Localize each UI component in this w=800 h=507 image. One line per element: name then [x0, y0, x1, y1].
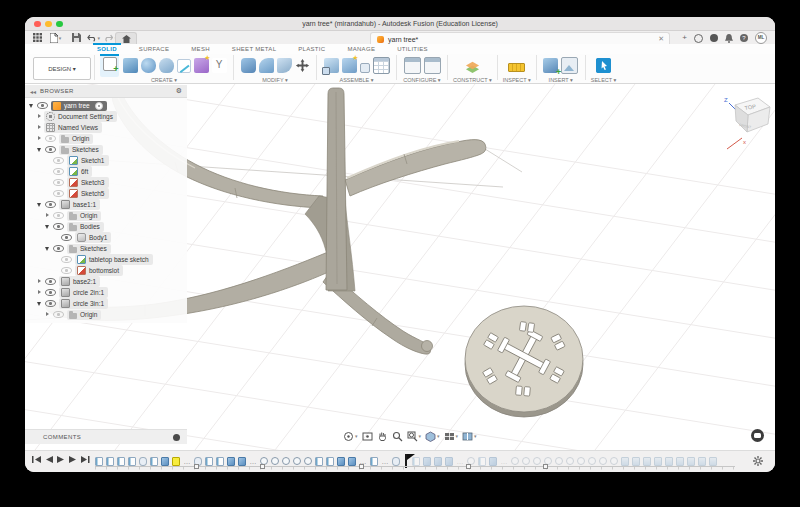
tree-row[interactable]: Origin: [25, 133, 187, 144]
tree-item[interactable]: Sketch5: [67, 188, 109, 199]
create-group-label[interactable]: CREATE ▾: [151, 77, 177, 83]
timeline-feature-sk[interactable]: [117, 457, 125, 466]
expander-icon[interactable]: [44, 212, 51, 219]
pattern-button[interactable]: Y: [212, 58, 227, 73]
construct-group-label[interactable]: CONSTRUCT ▾: [453, 77, 492, 83]
new-tab-button[interactable]: +: [682, 34, 687, 42]
job-status-icon[interactable]: [710, 34, 718, 42]
inspect-group-label[interactable]: INSPECT ▾: [503, 77, 531, 83]
expander-icon[interactable]: [44, 311, 51, 318]
tree-item[interactable]: Named Views: [44, 122, 102, 133]
comments-count-icon[interactable]: [173, 434, 180, 441]
timeline-feature-ci[interactable]: [610, 457, 618, 465]
collapse-panel-icon[interactable]: ◂◂: [30, 88, 36, 95]
timeline-group-marker[interactable]: [466, 464, 471, 469]
timeline-feature-ex[interactable]: [348, 457, 356, 466]
tree-row[interactable]: tabletop base sketch: [25, 254, 187, 265]
user-avatar[interactable]: ML: [755, 32, 767, 44]
measure-button[interactable]: [508, 63, 525, 72]
tab-solid[interactable]: SOLID: [95, 45, 119, 53]
tree-row[interactable]: Sketch5: [25, 188, 187, 199]
tree-item[interactable]: circle 2in:1: [59, 287, 108, 298]
tree-item[interactable]: Document Settings: [44, 111, 117, 122]
browser-header[interactable]: ◂◂ BROWSER ⚙: [25, 85, 187, 98]
tree-row[interactable]: Sketches: [25, 243, 187, 254]
timeline-feature-hl[interactable]: [172, 457, 180, 466]
feedback-chat-bubble[interactable]: [751, 429, 764, 442]
tab-sheet-metal[interactable]: SHEET METAL: [230, 45, 278, 53]
play-button[interactable]: [57, 455, 65, 464]
timeline-feature-sk[interactable]: [205, 457, 213, 466]
timeline-feature-cyl[interactable]: [392, 457, 400, 466]
expander-icon[interactable]: [44, 223, 51, 230]
as-built-joint-button[interactable]: [360, 63, 370, 73]
timeline-feature-fi[interactable]: [665, 457, 673, 466]
timeline-feature-ci[interactable]: [599, 457, 607, 465]
timeline-group-marker[interactable]: [260, 464, 265, 469]
visibility-eye-icon[interactable]: [45, 289, 56, 297]
visibility-eye-icon[interactable]: [53, 179, 64, 187]
timeline-feature-ci[interactable]: [304, 457, 312, 465]
tree-row[interactable]: Origin: [25, 309, 187, 320]
timeline-feature-dots[interactable]: …: [249, 457, 257, 466]
undo-button[interactable]: ▾: [87, 33, 100, 43]
pan-button[interactable]: [377, 431, 388, 442]
step-back-button[interactable]: [45, 455, 53, 464]
shell-button[interactable]: [277, 58, 292, 73]
notifications-bell-icon[interactable]: [725, 34, 733, 43]
timeline-feature-ex[interactable]: [423, 457, 431, 466]
timeline-feature-ci[interactable]: [282, 457, 290, 465]
timeline-feature-ex[interactable]: [161, 457, 169, 466]
tree-row[interactable]: yarn tree: [25, 100, 187, 111]
configuration-button[interactable]: [404, 57, 421, 74]
tree-item[interactable]: yarn tree: [51, 101, 107, 111]
timeline-feature-ex[interactable]: [489, 457, 497, 466]
primitive-button[interactable]: [194, 58, 209, 73]
visibility-eye-icon[interactable]: [45, 300, 56, 308]
tree-item[interactable]: Body1: [75, 232, 111, 243]
timeline-feature-ci[interactable]: [577, 457, 585, 465]
tree-item[interactable]: Origin: [59, 134, 93, 144]
timeline-feature-fi[interactable]: [709, 457, 717, 466]
timeline-settings-gear-icon[interactable]: [753, 456, 763, 466]
timeline-feature-sk[interactable]: [95, 457, 103, 466]
tree-item[interactable]: base2:1: [59, 276, 100, 287]
timeline-feature-ci[interactable]: [555, 457, 563, 465]
tree-row[interactable]: base1:1: [25, 199, 187, 210]
timeline-feature-sk[interactable]: [128, 457, 136, 466]
workspace-selector[interactable]: DESIGN ▾: [33, 57, 91, 80]
timeline-feature-ci[interactable]: [566, 457, 574, 465]
tab-mesh[interactable]: MESH: [189, 45, 212, 53]
tree-row[interactable]: Body1: [25, 232, 187, 243]
comments-bar[interactable]: COMMENTS: [25, 429, 187, 444]
timeline-feature-ex[interactable]: [238, 457, 246, 466]
timeline-feature-sk[interactable]: [106, 457, 114, 466]
tab-manage[interactable]: MANAGE: [345, 45, 377, 53]
timeline-feature-ci[interactable]: [522, 457, 530, 465]
app-grid-button[interactable]: [31, 33, 44, 43]
step-forward-button[interactable]: [69, 455, 77, 464]
visibility-eye-icon[interactable]: [53, 212, 64, 220]
visibility-eye-icon[interactable]: [37, 102, 48, 110]
browser-settings-gear-icon[interactable]: ⚙: [176, 87, 182, 95]
viewports-button[interactable]: ▾: [462, 431, 477, 442]
modify-group-label[interactable]: MODIFY ▾: [262, 77, 288, 83]
visibility-eye-icon[interactable]: [61, 256, 72, 264]
tree-item[interactable]: 6ft: [67, 166, 92, 177]
visibility-eye-icon[interactable]: [53, 223, 64, 231]
timeline-feature-cyl[interactable]: [139, 457, 147, 466]
insert-canvas-button[interactable]: [561, 57, 578, 74]
tree-row[interactable]: bottomslot: [25, 265, 187, 276]
select-group-label[interactable]: SELECT ▾: [591, 77, 617, 83]
tree-row[interactable]: Origin: [25, 210, 187, 221]
timeline-feature-sk[interactable]: [150, 457, 158, 466]
timeline-feature-sk[interactable]: [478, 457, 486, 466]
insert-group-label[interactable]: INSERT ▾: [549, 77, 573, 83]
close-tab-icon[interactable]: ✕: [658, 35, 664, 43]
timeline-feature-ex[interactable]: [227, 457, 235, 466]
construct-plane-button[interactable]: [465, 58, 480, 73]
tree-row[interactable]: base2:1: [25, 276, 187, 287]
visibility-eye-icon[interactable]: [53, 190, 64, 198]
tree-row[interactable]: circle 2in:1: [25, 287, 187, 298]
expander-icon[interactable]: [44, 245, 51, 252]
